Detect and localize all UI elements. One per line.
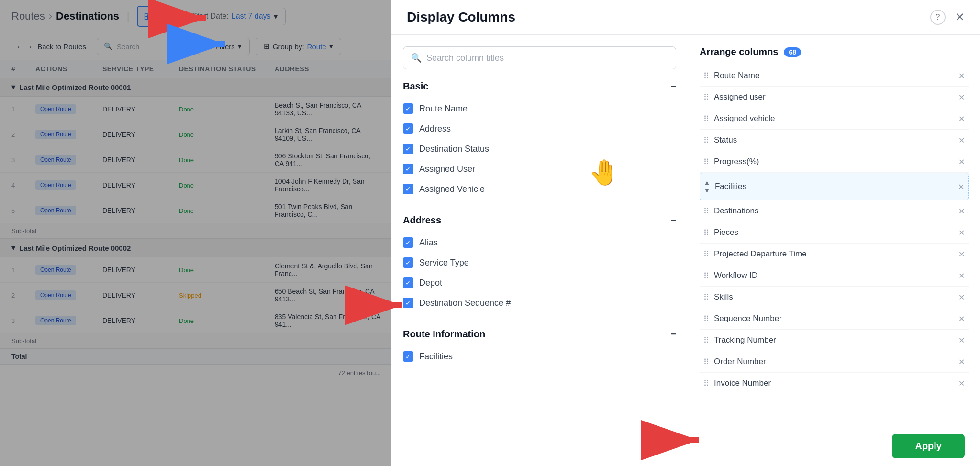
arrange-item-route-name[interactable]: ⠿ Route Name ✕	[700, 65, 969, 87]
arrange-item-projected-departure[interactable]: ⠿ Projected Departure Time ✕	[700, 244, 969, 265]
arrange-item-order-number[interactable]: ⠿ Order Number ✕	[700, 351, 969, 373]
checkbox-alias[interactable]: Alias	[403, 233, 676, 253]
basic-collapse-button[interactable]: −	[670, 81, 676, 92]
drag-handle-icon: ⠿	[703, 71, 709, 80]
remove-item-button[interactable]: ✕	[958, 207, 965, 216]
remove-item-button[interactable]: ✕	[958, 182, 964, 191]
remove-item-button[interactable]: ✕	[958, 314, 965, 323]
checkbox-label: Service Type	[419, 258, 469, 268]
arrange-item-invoice-number[interactable]: ⠿ Invoice Number ✕	[700, 373, 969, 394]
arrange-item-label: Facilities	[715, 182, 953, 191]
display-columns-panel: Display Columns ? ✕ 🔍 Search column titl…	[391, 0, 980, 466]
column-chooser: 🔍 Search column titles Basic − Route Nam…	[391, 35, 688, 426]
arrange-item-facilities-dragging[interactable]: ▲ ▼ Facilities ✕	[700, 173, 969, 200]
checkbox-checked-icon	[403, 103, 413, 114]
help-button[interactable]: ?	[930, 10, 946, 25]
drag-handle-icon: ⠿	[703, 114, 709, 123]
remove-item-button[interactable]: ✕	[958, 357, 965, 366]
checkbox-route-name[interactable]: Route Name	[403, 99, 676, 119]
arrange-item-label: Order Number	[714, 357, 954, 366]
remove-item-button[interactable]: ✕	[958, 271, 965, 280]
checkbox-label: Alias	[419, 238, 438, 248]
checkbox-destination-status[interactable]: Destination Status	[403, 139, 676, 159]
remove-item-button[interactable]: ✕	[958, 71, 965, 80]
checkbox-checked-icon	[403, 257, 413, 268]
remove-item-button[interactable]: ✕	[958, 250, 965, 259]
arrange-columns-panel: Arrange columns 68 ⠿ Route Name ✕ ⠿ Assi…	[688, 35, 980, 426]
arrange-item-label: Workflow ID	[714, 271, 954, 280]
drag-handle-icon: ⠿	[703, 136, 709, 145]
search-columns-input[interactable]: 🔍 Search column titles	[403, 46, 676, 69]
checkbox-label: Destination Sequence #	[419, 298, 511, 308]
arrange-count-badge: 68	[784, 47, 801, 57]
checkbox-checked-icon	[403, 277, 413, 288]
drag-handle-icon: ⠿	[703, 157, 709, 166]
arrange-item-sequence-number[interactable]: ⠿ Sequence Number ✕	[700, 308, 969, 330]
arrange-item-label: Assigned user	[714, 92, 954, 102]
remove-item-button[interactable]: ✕	[958, 379, 965, 388]
arrange-item-destinations[interactable]: ⠿ Destinations ✕	[700, 200, 969, 222]
drag-handle-icon: ⠿	[703, 379, 709, 388]
arrange-item-status[interactable]: ⠿ Status ✕	[700, 130, 969, 151]
search-placeholder: Search column titles	[426, 53, 504, 63]
checkbox-checked-icon	[403, 237, 413, 248]
address-section: Address − Alias Service Type Depot	[403, 215, 676, 313]
checkbox-label: Destination Status	[419, 144, 489, 154]
arrange-item-label: Destinations	[714, 206, 954, 216]
checkbox-assigned-vehicle[interactable]: Assigned Vehicle	[403, 179, 676, 199]
arrange-item-workflow-id[interactable]: ⠿ Workflow ID ✕	[700, 265, 969, 287]
remove-item-button[interactable]: ✕	[958, 93, 965, 102]
basic-section-title: Basic −	[403, 81, 676, 92]
arrange-item-label: Projected Departure Time	[714, 249, 954, 259]
remove-item-button[interactable]: ✕	[958, 114, 965, 123]
remove-item-button[interactable]: ✕	[958, 293, 965, 302]
arrange-item-label: Skills	[714, 292, 954, 302]
checkbox-service-type[interactable]: Service Type	[403, 253, 676, 273]
checkbox-label: Assigned Vehicle	[419, 184, 485, 194]
remove-item-button[interactable]: ✕	[958, 157, 965, 166]
arrange-item-assigned-user[interactable]: ⠿ Assigned user ✕	[700, 87, 969, 108]
checkbox-checked-icon	[403, 298, 413, 308]
arrange-item-label: Progress(%)	[714, 157, 954, 166]
arrange-item-label: Pieces	[714, 228, 954, 237]
checkbox-label: Route Name	[419, 104, 468, 114]
arrange-item-progress[interactable]: ⠿ Progress(%) ✕	[700, 151, 969, 173]
drag-handle-icon: ⠿	[703, 293, 709, 302]
panel-body: 🔍 Search column titles Basic − Route Nam…	[391, 35, 980, 426]
route-info-collapse-button[interactable]: −	[670, 329, 676, 340]
remove-item-button[interactable]: ✕	[958, 228, 965, 237]
arrange-item-pieces[interactable]: ⠿ Pieces ✕	[700, 222, 969, 244]
route-info-section-title: Route Information −	[403, 329, 676, 340]
drag-handle-icon: ⠿	[703, 228, 709, 237]
address-collapse-button[interactable]: −	[670, 215, 676, 226]
drag-handle-icon: ⠿	[703, 336, 709, 345]
address-title-label: Address	[403, 215, 441, 226]
checkbox-depot[interactable]: Depot	[403, 273, 676, 293]
checkbox-facilities[interactable]: Facilities	[403, 346, 676, 366]
checkbox-label: Facilities	[419, 352, 453, 362]
route-info-section: Route Information − Facilities	[403, 329, 676, 366]
section-divider	[403, 207, 676, 207]
checkbox-label: Assigned User	[419, 164, 475, 174]
drag-handle-icon: ⠿	[703, 250, 709, 259]
arrange-item-assigned-vehicle[interactable]: ⠿ Assigned vehicle ✕	[700, 108, 969, 130]
checkbox-destination-sequence[interactable]: Destination Sequence #	[403, 293, 676, 313]
panel-footer: Apply	[391, 426, 980, 466]
basic-section: Basic − Route Name Address Destination S…	[403, 81, 676, 199]
arrange-item-label: Invoice Number	[714, 378, 954, 388]
checkbox-assigned-user[interactable]: Assigned User	[403, 159, 676, 179]
apply-button[interactable]: Apply	[892, 434, 965, 458]
checkbox-address[interactable]: Address	[403, 119, 676, 139]
arrange-item-skills[interactable]: ⠿ Skills ✕	[700, 287, 969, 308]
search-icon: 🔍	[411, 53, 422, 63]
remove-item-button[interactable]: ✕	[958, 136, 965, 145]
remove-item-button[interactable]: ✕	[958, 336, 965, 345]
drag-handle-icon: ⠿	[703, 357, 709, 366]
arrange-item-tracking-number[interactable]: ⠿ Tracking Number ✕	[700, 330, 969, 351]
checkbox-checked-icon	[403, 184, 413, 194]
arrange-item-label: Assigned vehicle	[714, 114, 954, 123]
panel-title: Display Columns	[407, 10, 515, 25]
panel-header: Display Columns ? ✕	[391, 0, 980, 35]
close-button[interactable]: ✕	[955, 11, 965, 24]
drag-arrows-icon: ▲ ▼	[704, 179, 710, 194]
